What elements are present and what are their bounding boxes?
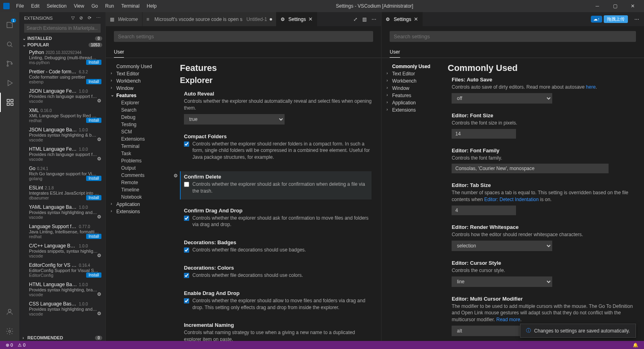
menu-terminal[interactable]: Terminal <box>118 2 142 10</box>
clear-icon[interactable]: ⊘ <box>79 15 83 21</box>
extension-item[interactable]: HTML Language Basic…1.0.0 Provides synta… <box>19 280 105 299</box>
toc-sub-item[interactable]: Remote <box>109 179 170 186</box>
settings-tab-user-right[interactable]: User <box>390 47 400 58</box>
extension-item[interactable]: Python2020.10.332292344 Linting, Debuggi… <box>19 48 105 67</box>
toc-extensions[interactable]: ›Extensions <box>109 208 170 215</box>
tab-settings[interactable]: ⚙ Settings ✕ <box>277 12 317 26</box>
activity-scm[interactable] <box>0 54 19 73</box>
install-button[interactable]: Install <box>86 118 101 123</box>
toc-sub-item[interactable]: Task <box>109 150 170 157</box>
install-button[interactable]: Install <box>86 234 101 239</box>
confirm-delete-checkbox[interactable] <box>184 182 189 187</box>
settings-search-input[interactable] <box>114 31 373 42</box>
split-editor-icon[interactable]: ▥ <box>362 17 367 22</box>
menu-selection[interactable]: Selection <box>43 2 70 10</box>
gear-icon[interactable]: ⚙ <box>97 98 101 104</box>
extension-item[interactable]: JSON Language Featur…1.0.0 Provides rich… <box>19 87 105 106</box>
gear-icon[interactable]: ⚙ <box>97 253 101 258</box>
extension-item[interactable]: HTML Language Featu…1.0.0 Provides rich … <box>19 145 105 164</box>
extension-item[interactable]: Language Support for …0.77.0 Java Lintin… <box>19 222 105 241</box>
toc-sub-item[interactable]: Problems <box>109 157 170 164</box>
install-button[interactable]: Install <box>86 79 101 84</box>
more-icon[interactable]: ⋯ <box>96 15 101 21</box>
font-family-input[interactable] <box>452 164 609 173</box>
toc-extensions-r[interactable]: ›Extensions <box>385 106 438 114</box>
extension-item[interactable]: YAML Language Basics1.0.0 Provides synta… <box>19 203 105 222</box>
toc-workbench[interactable]: ›Workbench <box>109 77 170 85</box>
tab-more-icon[interactable]: ⋯ <box>634 17 639 22</box>
extension-item[interactable]: Prettier - Code format…6.3.2 Code format… <box>19 67 105 87</box>
activity-extensions[interactable] <box>0 93 19 112</box>
tab-settings-right[interactable]: ⚙ Settings ✕ <box>382 12 422 26</box>
activity-debug[interactable] <box>0 73 19 93</box>
toc-sub-item[interactable]: Explorer <box>109 99 170 106</box>
extension-item[interactable]: XML0.16.0 XML Language Support by Red … … <box>19 106 105 125</box>
activity-settings[interactable] <box>0 322 19 341</box>
close-icon[interactable]: ✕ <box>308 16 313 22</box>
minimize-button[interactable]: ─ <box>589 0 605 12</box>
multicursor-link[interactable]: Read more <box>496 317 520 322</box>
notification-icon[interactable]: 🔔 <box>630 343 641 348</box>
activity-explorer[interactable] <box>0 15 19 35</box>
autosave-link[interactable]: here <box>586 84 596 90</box>
extension-item[interactable]: EditorConfig for VS Co…0.16.4 EditorConf… <box>19 261 105 280</box>
confirm-dragdrop-checkbox[interactable] <box>184 216 189 221</box>
decor-colors-checkbox[interactable] <box>184 273 189 278</box>
menu-go[interactable]: Go <box>88 2 101 10</box>
section-recommended[interactable]: ›RECOMMENDED0 <box>19 334 105 341</box>
extension-item[interactable]: C/C++ Language Basic…1.0.0 Provides snip… <box>19 241 105 261</box>
gear-icon[interactable]: ⚙ <box>97 137 101 142</box>
section-popular[interactable]: ⌄POPULAR1053 <box>19 42 105 48</box>
extension-item[interactable]: Go0.24.1 Rich Go language support for Vi… <box>19 164 105 183</box>
auto-reveal-select[interactable]: true <box>184 114 285 125</box>
activity-accounts[interactable] <box>0 302 19 322</box>
install-button[interactable]: Install <box>86 195 101 200</box>
auto-save-select[interactable]: off <box>452 93 552 104</box>
tab-size-input[interactable] <box>452 206 516 215</box>
section-installed[interactable]: ⌄INSTALLED0 <box>19 35 105 42</box>
toc-sub-item[interactable]: Debug <box>109 114 170 121</box>
gear-icon[interactable]: ⚙ <box>97 311 101 316</box>
toc-application-r[interactable]: ›Application <box>385 99 438 106</box>
cursor-style-select[interactable]: line <box>452 276 552 287</box>
toc-commonly-used-r[interactable]: Commonly Used <box>385 63 438 70</box>
toc-text-editor-r[interactable]: ›Text Editor <box>385 70 438 77</box>
filter-icon[interactable]: ▽ <box>71 15 74 21</box>
install-button[interactable]: Install <box>86 60 101 65</box>
toc-workbench-r[interactable]: ›Workbench <box>385 77 438 85</box>
refresh-icon[interactable]: ⟳ <box>88 15 91 21</box>
gear-icon[interactable]: ⚙ <box>97 156 101 162</box>
gear-icon[interactable]: ⚙ <box>97 214 101 220</box>
tab-more-icon[interactable]: ⋯ <box>372 17 376 22</box>
toc-sub-item[interactable]: Output <box>109 164 170 172</box>
menu-help[interactable]: Help <box>144 2 160 10</box>
close-icon[interactable]: ✕ <box>414 16 418 22</box>
install-button[interactable]: Install <box>86 176 101 181</box>
settings-search-input-right[interactable] <box>390 31 636 42</box>
enable-dragdrop-checkbox[interactable] <box>184 298 189 303</box>
menu-view[interactable]: View <box>70 2 87 10</box>
tab-welcome[interactable]: ▦ Welcome <box>106 12 142 26</box>
toc-sub-item[interactable]: Search <box>109 106 170 114</box>
toc-features-r[interactable]: ›Features <box>385 92 438 99</box>
maximize-button[interactable]: ▢ <box>607 0 623 12</box>
toc-window-r[interactable]: ›Window <box>385 85 438 92</box>
toc-window[interactable]: ›Window <box>109 85 170 92</box>
close-button[interactable]: ✕ <box>625 0 641 12</box>
toc-commonly-used[interactable]: Commonly Used <box>109 63 170 70</box>
settings-tab-user[interactable]: User <box>114 47 124 58</box>
decor-badges-checkbox[interactable] <box>184 247 189 253</box>
toc-sub-item[interactable]: Timeline <box>109 186 170 193</box>
menu-run[interactable]: Run <box>102 2 117 10</box>
toc-text-editor[interactable]: ›Text Editor <box>109 70 170 77</box>
menu-edit[interactable]: Edit <box>28 2 43 10</box>
toc-sub-item[interactable]: Terminal <box>109 143 170 150</box>
activity-search[interactable] <box>0 35 19 54</box>
split-json-icon[interactable]: ⤢ <box>353 17 357 22</box>
render-whitespace-select[interactable]: selection <box>452 241 552 251</box>
toc-sub-item[interactable]: Notebook <box>109 193 170 201</box>
toc-sub-item[interactable]: Testing <box>109 121 170 128</box>
menu-file[interactable]: File <box>13 2 27 10</box>
extensions-search-input[interactable] <box>24 24 101 33</box>
tab-untitled[interactable]: ≡ Microsoft's vscode source code is open… <box>142 12 277 26</box>
